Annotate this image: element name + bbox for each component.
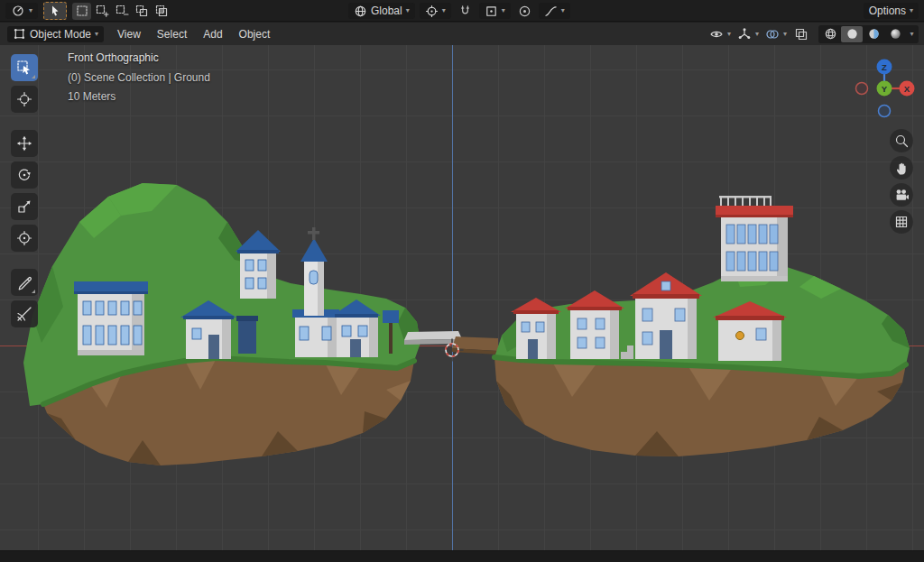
mode-label: Object Mode (30, 28, 91, 41)
tool-transform[interactable] (11, 225, 38, 252)
select-mode-set-button[interactable] (72, 3, 91, 20)
visibility-dropdown[interactable]: ▾ (707, 26, 733, 42)
globe-icon (354, 5, 367, 18)
falloff-curve-icon (544, 5, 558, 18)
viewport-3d[interactable]: Front Orthographic (0) Scene Collection … (0, 45, 924, 550)
axis-neg-z-ball[interactable] (879, 106, 891, 117)
wireframe-sphere-icon (824, 27, 837, 41)
tool-rotate[interactable] (11, 161, 38, 189)
select-mode-group (72, 3, 171, 20)
options-dropdown[interactable]: Options ▾ (864, 3, 919, 19)
tall-building[interactable] (716, 196, 793, 281)
proportional-editing-icon (518, 5, 531, 18)
snap-target-dropdown[interactable]: ▾ (479, 3, 511, 19)
select-mode-intersect-button[interactable] (152, 3, 171, 20)
shading-solid-button[interactable] (841, 26, 863, 42)
select-mode-intersect-icon (154, 4, 169, 18)
overlays-icon (765, 27, 780, 41)
house[interactable] (74, 281, 148, 355)
toggle-ortho-button[interactable] (890, 210, 913, 234)
select-mode-subtract-icon (115, 4, 129, 18)
select-box-icon (16, 60, 32, 76)
tweak-cursor-icon (48, 4, 62, 18)
axis-x-label: X (904, 84, 910, 94)
menu-object-label: Object (239, 28, 271, 41)
editor-type-dropdown[interactable]: ▾ (5, 3, 38, 19)
menu-view[interactable]: View (110, 25, 148, 43)
menu-select[interactable]: Select (150, 25, 194, 43)
select-mode-extend-button[interactable] (92, 3, 111, 20)
chevron-down-icon: ▾ (502, 7, 505, 14)
active-collection-text: (0) Scene Collection | Ground (68, 71, 210, 84)
tool-scale[interactable] (11, 193, 38, 220)
move-icon (16, 135, 32, 152)
axis-y-label: Y (882, 84, 888, 94)
tool-measure[interactable] (11, 300, 38, 327)
status-bar (0, 550, 924, 562)
house[interactable] (630, 272, 702, 359)
annotate-pen-icon (16, 274, 32, 290)
pan-button[interactable] (890, 156, 913, 180)
chevron-down-icon: ▾ (406, 7, 410, 14)
chevron-down-icon: ▾ (783, 31, 787, 38)
mode-dropdown[interactable]: Object Mode ▾ (7, 26, 104, 42)
bridge[interactable] (404, 331, 498, 355)
orientation-dropdown[interactable]: Global ▾ (348, 3, 415, 19)
blender-window: ▾ (0, 0, 924, 562)
editor-type-icon (11, 4, 25, 18)
scale-icon (16, 198, 32, 215)
transform-icon (16, 230, 32, 246)
orientation-label: Global (371, 5, 402, 17)
tool-cursor[interactable] (11, 86, 38, 113)
scene-canvas (0, 45, 924, 550)
pivot-dropdown[interactable]: ▾ (420, 3, 451, 19)
cursor-tool-icon (16, 91, 32, 107)
viewport-header: Object Mode ▾ View Select Add Object ▾ (0, 23, 924, 45)
hand-icon (894, 161, 909, 175)
menu-add-label: Add (203, 28, 222, 41)
shading-material-button[interactable] (863, 26, 884, 42)
chevron-down-icon: ▾ (910, 31, 913, 38)
axis-neg-x-ball[interactable] (856, 83, 868, 95)
shading-mode-group: ▾ (818, 25, 919, 43)
menu-object[interactable]: Object (232, 25, 278, 43)
tool-annotate[interactable] (11, 269, 38, 296)
shading-wireframe-button[interactable] (819, 26, 841, 42)
active-tool-button[interactable] (43, 2, 67, 20)
tool-move[interactable] (11, 130, 38, 157)
right-island[interactable] (494, 196, 910, 456)
pivot-point-icon (425, 5, 439, 18)
tool-rail (11, 54, 38, 327)
shed[interactable] (236, 316, 258, 354)
chevron-down-icon: ▾ (95, 31, 98, 38)
house[interactable] (236, 230, 281, 299)
select-mode-extend-icon (95, 4, 109, 18)
chevron-down-icon: ▾ (727, 31, 731, 38)
view-name-text: Front Orthographic (68, 51, 159, 64)
grid-scale-text: 10 Meters (68, 90, 116, 103)
snap-toggle-button[interactable] (456, 3, 475, 20)
toggle-xray-button[interactable] (791, 25, 810, 42)
magnet-icon (458, 5, 472, 18)
show-overlays-dropdown[interactable]: ▾ (763, 26, 789, 42)
show-gizmo-dropdown[interactable]: ▾ (735, 26, 761, 42)
select-mode-subtract-button[interactable] (112, 3, 131, 20)
gizmo-icon (737, 27, 752, 41)
axis-nav-gizmo[interactable]: Z X Y (852, 56, 917, 124)
xray-icon (794, 27, 808, 41)
tool-select-box[interactable] (11, 54, 38, 81)
shading-options-dropdown[interactable]: ▾ (906, 26, 918, 42)
select-mode-invert-button[interactable] (132, 3, 151, 20)
rotate-icon (16, 167, 32, 183)
chevron-down-icon: ▾ (755, 31, 759, 38)
material-sphere-icon (867, 27, 881, 41)
select-mode-set-icon (75, 4, 89, 18)
chevron-down-icon: ▾ (910, 7, 913, 14)
menu-add[interactable]: Add (196, 25, 229, 43)
camera-view-button[interactable] (890, 183, 913, 207)
left-island[interactable] (23, 183, 420, 465)
proportional-editing-button[interactable] (515, 3, 534, 20)
shading-rendered-button[interactable] (884, 26, 906, 42)
falloff-dropdown[interactable]: ▾ (539, 3, 570, 19)
zoom-button[interactable] (890, 129, 913, 152)
